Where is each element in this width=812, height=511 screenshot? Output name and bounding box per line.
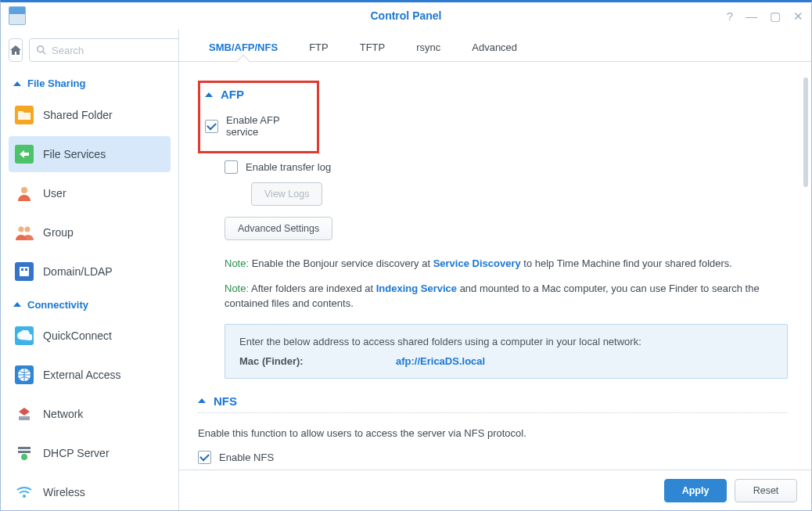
checkbox-enable-afp[interactable]: [205, 120, 218, 133]
row-enable-nfs: Enable NFS: [198, 448, 788, 466]
external-access-icon: [15, 365, 34, 384]
nfs-description: Enable this function to allow users to a…: [198, 424, 788, 448]
reset-button[interactable]: Reset: [735, 479, 797, 502]
footer: Apply Reset: [179, 470, 811, 510]
sidebar-item-dhcp-server[interactable]: DHCP Server: [9, 435, 171, 471]
search-input[interactable]: [52, 45, 179, 56]
link-indexing-service[interactable]: Indexing Service: [376, 282, 457, 294]
apply-button[interactable]: Apply: [664, 479, 727, 502]
help-icon[interactable]: ?: [727, 10, 733, 22]
section-title: NFS: [214, 394, 237, 408]
sidebar-item-group[interactable]: Group: [9, 214, 171, 250]
sidebar-item-label: Shared Folder: [43, 109, 113, 121]
checkbox-label: Enable AFP service: [226, 114, 311, 138]
sidebar-item-label: QuickConnect: [43, 329, 112, 342]
sidebar-item-domain-ldap[interactable]: Domain/LDAP: [9, 254, 171, 290]
sidebar-top-row: [9, 38, 171, 62]
dhcp-server-icon: [15, 444, 34, 462]
quickconnect-icon: [15, 326, 34, 345]
address-intro: Enter the below address to access shared…: [239, 336, 773, 347]
checkbox-enable-nfs[interactable]: [198, 451, 211, 464]
network-icon: [15, 405, 34, 423]
svg-rect-6: [21, 268, 23, 271]
sidebar-item-shared-folder[interactable]: Shared Folder: [9, 97, 171, 133]
chevron-up-icon: [205, 92, 213, 97]
chevron-up-icon: [198, 398, 206, 403]
address-info-box: Enter the below address to access shared…: [225, 324, 788, 379]
close-icon[interactable]: ✕: [793, 10, 803, 22]
svg-rect-10: [18, 447, 31, 449]
category-connectivity[interactable]: Connectivity: [9, 293, 171, 315]
address-label: Mac (Finder):: [239, 355, 396, 367]
tab-rsync[interactable]: rsync: [401, 34, 456, 61]
row-enable-afp: Enable AFP service: [205, 112, 311, 140]
app-icon: [9, 6, 26, 25]
window-title: Control Panel: [1, 9, 811, 22]
minimize-icon[interactable]: —: [746, 10, 757, 22]
chevron-up-icon: [13, 81, 21, 86]
section-title: AFP: [221, 88, 244, 101]
svg-point-2: [21, 187, 27, 193]
sidebar-item-label: Domain/LDAP: [43, 265, 113, 278]
note-2: Note: After folders are indexed at Index…: [198, 276, 788, 316]
advanced-settings-button[interactable]: Advanced Settings: [225, 217, 332, 240]
shared-folder-icon: [15, 106, 34, 124]
wireless-icon: [15, 483, 34, 502]
svg-point-4: [25, 226, 31, 232]
window-controls: ? — ▢ ✕: [727, 10, 803, 22]
svg-point-12: [21, 454, 27, 460]
checkbox-label: Enable NFS: [219, 452, 274, 463]
category-file-sharing[interactable]: File Sharing: [9, 71, 171, 94]
address-row-mac: Mac (Finder): afp://EricaDS.local: [239, 355, 773, 367]
maximize-icon[interactable]: ▢: [770, 10, 781, 22]
search-icon: [36, 45, 47, 56]
tab-ftp[interactable]: FTP: [293, 34, 344, 61]
sidebar-item-label: User: [43, 187, 66, 200]
category-label: File Sharing: [27, 77, 85, 89]
user-icon: [15, 184, 34, 203]
home-button[interactable]: [9, 38, 23, 62]
sidebar-item-external-access[interactable]: External Access: [9, 357, 171, 393]
control-panel-window: Control Panel ? — ▢ ✕ File Sharing: [0, 0, 812, 511]
sidebar-item-label: DHCP Server: [43, 447, 110, 459]
scrollbar[interactable]: [803, 77, 808, 359]
chevron-up-icon: [13, 302, 21, 307]
section-afp-header[interactable]: AFP: [205, 88, 311, 104]
sidebar-item-file-services[interactable]: File Services: [9, 136, 171, 172]
main-panel: SMB/AFP/NFS FTP TFTP rsync Advanced AFP …: [179, 29, 811, 510]
tab-smb-afp-nfs[interactable]: SMB/AFP/NFS: [193, 34, 293, 61]
sidebar-item-wireless[interactable]: Wireless: [9, 474, 171, 510]
checkbox-transfer-log[interactable]: [225, 160, 238, 174]
section-nfs-header[interactable]: NFS: [198, 394, 788, 413]
home-icon: [9, 44, 22, 56]
note-1: Note: Enable the Bonjour service discove…: [198, 251, 788, 276]
group-icon: [15, 223, 34, 242]
file-services-icon: [15, 145, 34, 164]
domain-ldap-icon: [15, 262, 34, 281]
sidebar-item-user[interactable]: User: [9, 175, 171, 211]
svg-rect-5: [20, 267, 29, 276]
link-service-discovery[interactable]: Service Discovery: [433, 257, 521, 269]
sidebar-item-label: External Access: [43, 369, 121, 381]
row-transfer-log: Enable transfer log: [225, 158, 788, 176]
tab-tftp[interactable]: TFTP: [344, 34, 401, 61]
tab-advanced[interactable]: Advanced: [456, 34, 533, 61]
svg-line-1: [43, 52, 46, 55]
sidebar-item-label: Wireless: [43, 486, 85, 498]
titlebar: Control Panel ? — ▢ ✕: [1, 2, 811, 29]
sidebar-item-quickconnect[interactable]: QuickConnect: [9, 318, 171, 354]
view-logs-button[interactable]: View Logs: [251, 182, 322, 206]
svg-rect-7: [25, 268, 27, 271]
sidebar-item-label: Network: [43, 408, 83, 420]
svg-rect-11: [18, 451, 31, 453]
sidebar: File Sharing Shared Folder File Services…: [1, 29, 179, 510]
svg-point-3: [19, 226, 24, 232]
content: AFP Enable AFP service Enable transfer l…: [179, 62, 811, 470]
svg-point-0: [38, 46, 44, 52]
svg-point-13: [23, 495, 26, 498]
sidebar-item-network[interactable]: Network: [9, 396, 171, 432]
category-label: Connectivity: [27, 299, 88, 311]
afp-highlight-box: AFP Enable AFP service: [198, 81, 319, 153]
scrollbar-thumb[interactable]: [803, 77, 808, 187]
search-box[interactable]: [29, 38, 179, 62]
